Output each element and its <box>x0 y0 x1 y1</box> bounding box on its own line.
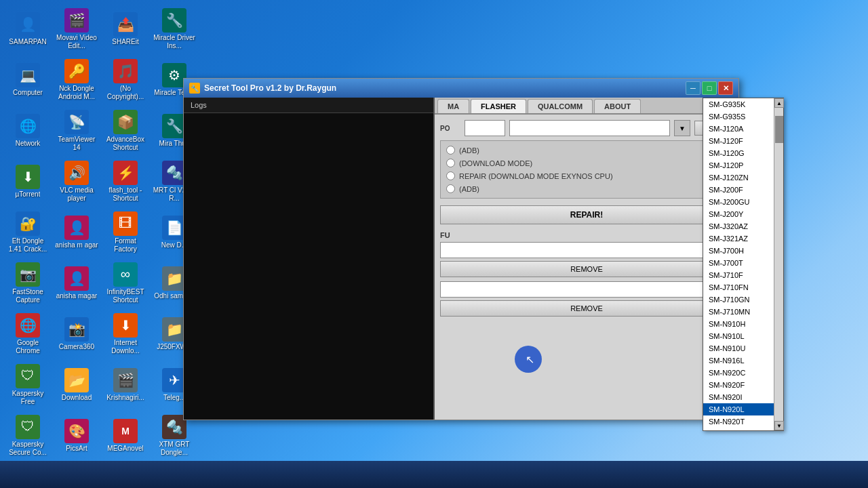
dropdown-item-smn930f[interactable]: SM-N930F <box>703 428 774 430</box>
desktop-icons-container: 👤 SAMARPAN 🎬 Movavi Video Edit... 📤 SHAR… <box>0 0 197 461</box>
dropdown-item-smj321az[interactable]: SM-J321AZ <box>703 232 774 245</box>
remove-button-1[interactable]: REMOVE <box>440 261 733 277</box>
icon-label: Movavi Video Edit... <box>55 34 98 50</box>
option-repair-exynos-label: REPAIR (DOWNLOAD MODE EXYNOS CPU) <box>459 172 613 180</box>
icon-vlc[interactable]: 🔊 VLC media player <box>52 156 101 207</box>
model-input[interactable] <box>509 120 670 136</box>
internet-dl-icon: ⬇ <box>113 313 138 338</box>
icon-anisha-m[interactable]: 👤 anisha m agar <box>52 207 101 258</box>
file-section: FU REMOVE REMOVE <box>440 231 733 317</box>
icon-computer[interactable]: 💻 Computer <box>3 54 52 105</box>
dropdown-item-smn916l[interactable]: SM-N916L <box>703 354 774 367</box>
dropdown-item-smj120zn[interactable]: SM-J120ZN <box>703 171 774 184</box>
icon-anisha-magar[interactable]: 👤 anisha magar <box>52 258 101 308</box>
mega-icon: M <box>113 419 138 443</box>
icon-download[interactable]: 📂 Download <box>52 359 101 410</box>
remove-button-2[interactable]: REMOVE <box>440 300 733 317</box>
icon-label: SAMARPAN <box>9 38 46 46</box>
option-repair-exynos-radio[interactable] <box>446 171 455 180</box>
icon-no-copyright[interactable]: 🎵 (No Copyright)... <box>101 54 150 105</box>
icon-faststone[interactable]: 📷 FastStone Capture <box>3 258 52 308</box>
icon-picsart[interactable]: 🎨 PicsArt <box>52 410 101 461</box>
minimize-button[interactable]: ─ <box>686 81 701 95</box>
file-input-2[interactable] <box>440 281 733 298</box>
dropdown-item-smj700t[interactable]: SM-J700T <box>703 257 774 269</box>
dropdown-item-smn920t[interactable]: SM-N920T <box>703 415 774 428</box>
title-bar-controls: ─ □ ✕ <box>686 81 733 95</box>
dropdown-item-smj200f[interactable]: SM-J200F <box>703 184 774 196</box>
anisha-m-icon: 👤 <box>64 216 89 240</box>
dropdown-item-smj710f[interactable]: SM-J710F <box>703 269 774 281</box>
dropdown-item-smg935s[interactable]: SM-G935S <box>703 110 774 123</box>
icon-label: VLC media player <box>55 186 98 203</box>
dropdown-item-smj120f[interactable]: SM-J120F <box>703 135 774 147</box>
icon-flash-tool[interactable]: ⚡ flash_tool - Shortcut <box>101 156 150 207</box>
close-button[interactable]: ✕ <box>718 81 733 95</box>
icon-internet-dl[interactable]: ⬇ Internet Downlo... <box>101 308 150 359</box>
icon-label: XTM GRT Dongle... <box>153 441 196 457</box>
icon-movavi[interactable]: 🎬 Movavi Video Edit... <box>52 3 101 54</box>
dropdown-item-smn920f[interactable]: SM-N920F <box>703 379 774 391</box>
icon-nck-dongle[interactable]: 🔑 Nck Dongle Android M... <box>52 54 101 105</box>
samarpan-icon: 👤 <box>16 12 40 37</box>
port-input[interactable] <box>465 120 505 136</box>
dropdown-item-smj120a[interactable]: SM-J120A <box>703 123 774 135</box>
dropdown-item-smj200y[interactable]: SM-J200Y <box>703 208 774 220</box>
icon-network[interactable]: 🌐 Network <box>3 105 52 156</box>
shareit-icon: 📤 <box>113 12 138 37</box>
dropdown-scroll-up-button[interactable]: ▲ <box>774 98 784 108</box>
dropdown-item-smn920c[interactable]: SM-N920C <box>703 367 774 379</box>
dropdown-item-smj120g[interactable]: SM-J120G <box>703 147 774 159</box>
dropdown-scroll-down-button[interactable]: ▼ <box>774 421 784 430</box>
icon-label: Miracle Driver Ins... <box>153 34 196 50</box>
tab-flasher[interactable]: FLASHER <box>471 99 526 113</box>
icon-advancebox[interactable]: 📦 AdvanceBox Shortcut <box>101 105 150 156</box>
dropdown-item-smj710fn[interactable]: SM-J710FN <box>703 281 774 293</box>
network-icon: 🌐 <box>16 114 40 138</box>
dropdown-item-smn910l[interactable]: SM-N910L <box>703 330 774 342</box>
icon-shareit[interactable]: 📤 SHAREit <box>101 3 150 54</box>
dropdown-item-smj320az[interactable]: SM-J320AZ <box>703 220 774 232</box>
icon-teamviewer[interactable]: 📡 TeamViewer 14 <box>52 105 101 156</box>
dropdown-item-smn910h[interactable]: SM-N910H <box>703 318 774 330</box>
file-input-1[interactable] <box>440 242 733 258</box>
dropdown-item-smj700h[interactable]: SM-J700H <box>703 245 774 257</box>
logs-label: Logs <box>191 101 207 109</box>
dropdown-item-smn910u[interactable]: SM-N910U <box>703 342 774 354</box>
model-dropdown-button[interactable]: ▼ <box>674 120 690 136</box>
icon-kaspersky[interactable]: 🛡 Kaspersky Free <box>3 359 52 410</box>
icon-label: SHAREit <box>112 38 138 46</box>
tab-about[interactable]: ABOUT <box>594 99 641 113</box>
icon-krishnagiri[interactable]: 🎬 Krishnagiri... <box>101 359 150 410</box>
icon-camera360[interactable]: 📸 Camera360 <box>52 308 101 359</box>
icon-infinitybest[interactable]: ∞ InfinityBEST Shortcut <box>101 258 150 308</box>
logs-content <box>184 113 433 420</box>
option-adb2-radio[interactable] <box>446 184 455 193</box>
dropdown-item-smj200gu[interactable]: SM-J200GU <box>703 196 774 208</box>
icon-format-factory[interactable]: 🎞 Format Factory <box>101 207 150 258</box>
dropdown-item-smg935k[interactable]: SM-G935K <box>703 98 774 110</box>
maximize-button[interactable]: □ <box>702 81 717 95</box>
download-icon: 📂 <box>64 368 89 392</box>
option-adb-radio[interactable] <box>446 146 455 155</box>
scrollbar-thumb[interactable] <box>775 116 783 143</box>
icon-kaspersky-secure[interactable]: 🛡 Kaspersky Secure Co... <box>3 410 52 461</box>
repair-button[interactable]: REPAIR! <box>440 205 733 224</box>
icon-utorrent[interactable]: ⬇ µTorrent <box>3 156 52 207</box>
icon-mega[interactable]: M MEGAnovel <box>101 410 150 461</box>
dropdown-item-smj710mn[interactable]: SM-J710MN <box>703 306 774 318</box>
vlc-icon: 🔊 <box>64 161 89 185</box>
dropdown-item-smj710gn[interactable]: SM-J710GN <box>703 293 774 306</box>
icon-eft-dongle[interactable]: 🔐 Eft Dongle 1.41 Crack... <box>3 207 52 258</box>
icon-miracle-driver[interactable]: 🔧 Miracle Driver Ins... <box>150 3 199 54</box>
icon-samarpan[interactable]: 👤 SAMARPAN <box>3 3 52 54</box>
dropdown-item-smn920l[interactable]: SM-N920L <box>703 403 774 415</box>
icon-google-chrome[interactable]: 🌐 Google Chrome <box>3 308 52 359</box>
picsart-icon: 🎨 <box>64 419 89 443</box>
option-repair-exynos-row: REPAIR (DOWNLOAD MODE EXYNOS CPU) <box>443 169 730 182</box>
tab-ma[interactable]: MA <box>437 99 469 113</box>
tab-qualcomm[interactable]: QUALCOMM <box>528 99 593 113</box>
option-download-radio[interactable] <box>446 159 455 167</box>
dropdown-item-smn920i[interactable]: SM-N920I <box>703 391 774 403</box>
dropdown-item-smj120p[interactable]: SM-J120P <box>703 159 774 171</box>
